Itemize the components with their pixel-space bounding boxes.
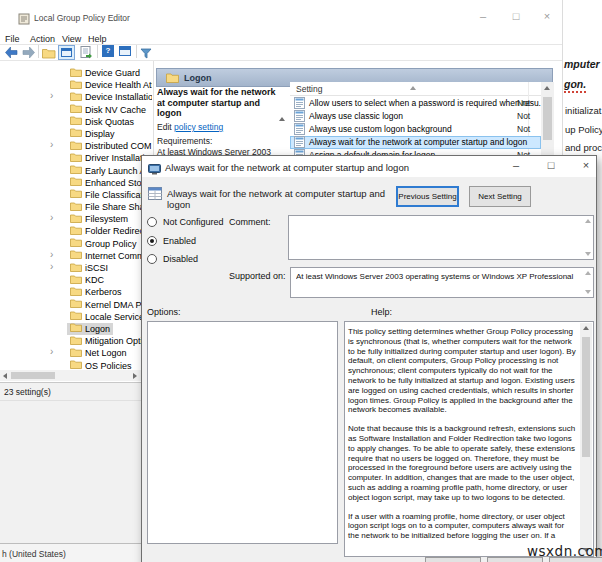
tree-item-internet-communic[interactable]: ›Internet Communic — [0, 250, 152, 262]
tree-item-label: Logon — [85, 323, 110, 335]
scroll-up-arrow-icon[interactable] — [583, 326, 589, 330]
tree-item-device-installation[interactable]: ›Device Installation — [0, 91, 152, 103]
radio-icon — [147, 217, 157, 227]
status-bar: 23 setting(s) — [0, 382, 142, 543]
supported-on-box[interactable]: At least Windows Server 2003 operating s… — [290, 267, 594, 298]
settings-list: Setting Allow users to select when a pas… — [290, 82, 541, 155]
previous-setting-button[interactable]: Previous Setting — [396, 186, 459, 207]
tree-item-display[interactable]: Display — [0, 128, 152, 140]
tree-item-disk-nv-cache[interactable]: Disk NV Cache — [0, 104, 152, 116]
toolbar-console-tree-button[interactable] — [58, 45, 75, 60]
radio-enabled[interactable]: Enabled — [147, 236, 196, 246]
folder-icon — [166, 69, 179, 87]
edit-prefix: Edit — [157, 122, 172, 132]
tree-item-file-share-shadow-c[interactable]: File Share Shadow C — [0, 201, 152, 213]
console-tree-icon — [61, 48, 72, 57]
expand-arrow-icon[interactable]: › — [50, 139, 53, 151]
folder-icon — [70, 359, 82, 370]
radio-disabled[interactable]: Disabled — [147, 254, 198, 264]
dialog-close-button[interactable]: × — [578, 159, 594, 171]
toolbar-window-button[interactable] — [119, 46, 131, 56]
list-scrollbar-thumb[interactable] — [543, 97, 552, 140]
scroll-up-arrow-icon[interactable] — [585, 219, 591, 223]
article-fragment: mputer s — [564, 58, 602, 70]
tree-item-early-launch-antim[interactable]: Early Launch Antim — [0, 165, 152, 177]
scroll-right-arrow-icon[interactable] — [133, 373, 137, 379]
maximize-button[interactable]: □ — [507, 10, 525, 22]
tree-item-label: Filesystem — [85, 213, 128, 225]
expand-arrow-icon[interactable]: › — [50, 212, 53, 224]
tree-item-kernel-dma-protec[interactable]: Kernel DMA Protec — [0, 299, 152, 311]
radio-label: Disabled — [163, 254, 198, 264]
dialog-setting-name: Always wait for the network at computer … — [167, 188, 397, 210]
radio-label: Not Configured — [163, 217, 224, 227]
dialog-maximize-button[interactable]: □ — [543, 159, 559, 171]
tree-item-label: Display — [85, 128, 115, 140]
expand-arrow-icon[interactable]: › — [50, 261, 53, 273]
tree-item-label: Locale Services — [85, 311, 149, 323]
tree-item-net-logon[interactable]: ›Net Logon — [0, 347, 152, 359]
supported-on-value: At least Windows Server 2003 operating s… — [296, 272, 580, 281]
tree-item-kerberos[interactable]: Kerberos — [0, 286, 152, 298]
selected-setting-title: Always wait for the network at computer … — [157, 87, 285, 119]
sort-ascending-icon — [410, 86, 416, 90]
menu-help[interactable]: Help — [88, 34, 107, 44]
article-fragment: gon. — [564, 78, 586, 90]
policy-setting-link[interactable]: policy setting — [174, 122, 223, 132]
tree-item-file-classification-in[interactable]: File Classification In — [0, 189, 152, 201]
tree-item-locale-services[interactable]: Locale Services — [0, 311, 152, 323]
tree-item-distributed-com[interactable]: ›Distributed COM — [0, 140, 152, 152]
radio-not-configured[interactable]: Not Configured — [147, 217, 224, 227]
setting-row[interactable]: Allow users to select when a password is… — [290, 97, 541, 110]
menu-action[interactable]: Action — [30, 34, 55, 44]
tree-item-driver-installation[interactable]: Driver Installation — [0, 152, 152, 164]
help-scrollbar[interactable] — [580, 323, 592, 555]
scroll-down-arrow-icon[interactable] — [585, 252, 591, 256]
comment-textarea[interactable] — [288, 215, 594, 260]
scroll-up-arrow-icon[interactable] — [585, 271, 591, 275]
close-button[interactable]: × — [538, 10, 556, 22]
tree-item-kdc[interactable]: KDC — [0, 274, 152, 286]
article-fragment: and proce — [565, 142, 602, 153]
tree-item-group-policy[interactable]: Group Policy — [0, 238, 152, 250]
description-scroll-up-icon[interactable] — [279, 117, 285, 121]
menu-file[interactable]: File — [5, 34, 20, 44]
supported-on-label: Supported on: — [229, 271, 286, 281]
tree-item-filesystem[interactable]: ›Filesystem — [0, 213, 152, 225]
menu-view[interactable]: View — [62, 34, 81, 44]
setting-column-header[interactable]: Setting — [290, 82, 541, 96]
tree-item-logon[interactable]: Logon — [0, 323, 152, 335]
caption-text: h (United States) — [2, 549, 66, 559]
tree-item-label: Distributed COM — [85, 140, 152, 152]
tree-item-enhanced-storage-a[interactable]: Enhanced Storage A — [0, 177, 152, 189]
tree-item-mitigation-options[interactable]: Mitigation Options — [0, 335, 152, 347]
tree-item-folder-redirection[interactable]: Folder Redirection — [0, 225, 152, 237]
tree-item-device-health-attes[interactable]: Device Health Attes — [0, 79, 152, 91]
dialog-titlebar: Always wait for the network at computer … — [142, 156, 596, 177]
comment-label: Comment: — [229, 217, 271, 227]
setting-row[interactable]: Always use classic logonNot — [290, 110, 541, 123]
expand-arrow-icon[interactable]: › — [50, 249, 53, 261]
tree-item-device-guard[interactable]: Device Guard — [0, 67, 152, 79]
tree-item-label: Disk Quotas — [85, 116, 134, 128]
expand-arrow-icon[interactable]: › — [50, 346, 53, 358]
setting-row[interactable]: Always use custom logon backgroundNot — [290, 123, 541, 136]
scroll-down-arrow-icon[interactable] — [585, 290, 591, 294]
toolbar-help-button[interactable]: ? — [102, 45, 114, 57]
minimize-button[interactable]: – — [474, 10, 492, 22]
scroll-up-arrow-icon[interactable] — [544, 86, 550, 90]
folder-up-icon — [42, 47, 56, 59]
tree-scrollbar-thumb[interactable] — [11, 372, 55, 379]
caption-strip: h (United States) — [0, 543, 142, 562]
ok-button[interactable] — [425, 557, 481, 562]
scroll-left-arrow-icon[interactable] — [3, 373, 7, 379]
tree-item-disk-quotas[interactable]: Disk Quotas — [0, 116, 152, 128]
setting-row[interactable]: Always wait for the network at computer … — [290, 136, 541, 149]
tree-item-label: Disk NV Cache — [85, 104, 146, 116]
help-scrollbar-thumb[interactable] — [582, 337, 590, 457]
next-setting-button[interactable]: Next Setting — [469, 186, 531, 207]
tree-item-os-policies[interactable]: OS Policies — [0, 360, 152, 371]
dialog-minimize-button[interactable]: – — [508, 159, 524, 171]
expand-arrow-icon[interactable]: › — [50, 90, 53, 102]
tree-item-iscsi[interactable]: ›iSCSI — [0, 262, 152, 274]
